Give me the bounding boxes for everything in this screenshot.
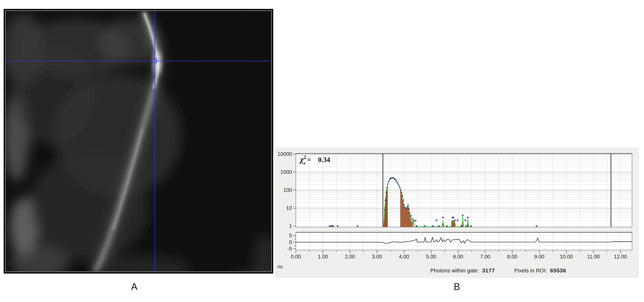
secondary-cursor-line: [6, 58, 271, 58]
x-tick-label: 10.00: [560, 254, 573, 260]
main-y-tick-label: 1000: [280, 169, 292, 175]
residual-y-tick-label: -5: [287, 246, 292, 252]
x-tick-label: 8.00: [507, 254, 518, 260]
x-tick-label: 1.00: [318, 254, 328, 260]
main-y-tick-label: 10: [286, 205, 292, 211]
decay-fit-panel: 10000100010010150-50.001.002.003.004.005…: [275, 147, 638, 278]
x-tick-label: 0.00: [291, 254, 301, 260]
residual-y-tick-label: 5: [289, 233, 292, 238]
x-tick-label: 12.00: [614, 254, 627, 260]
x-tick-label: 2.00: [345, 254, 355, 260]
intensity-image-viewer: [4, 9, 273, 273]
x-tick-label: 6.00: [453, 254, 463, 260]
main-y-tick-label: 10000: [278, 151, 292, 157]
panel-a-letter: A: [126, 281, 143, 292]
x-tick-label: 3.00: [372, 254, 382, 260]
pixels-in-roi-value: 65536: [550, 267, 566, 274]
image-noise: [6, 11, 271, 271]
photons-within-gate-value: 3177: [482, 267, 495, 274]
panel-b-letter: B: [448, 281, 466, 292]
main-y-tick-label: 1: [289, 223, 292, 229]
figure-canvas: 10000100010010150-50.001.002.003.004.005…: [0, 0, 644, 302]
residual-plot-background: [296, 232, 632, 250]
intensity-image: [6, 11, 271, 271]
main-y-tick-label: 100: [283, 187, 292, 193]
crosshair-center-handle[interactable]: [153, 59, 156, 63]
x-axis-unit-label: ns: [278, 264, 283, 270]
x-tick-label: 7.00: [480, 254, 490, 260]
x-tick-label: 9.00: [534, 254, 544, 260]
x-tick-label: 5.00: [426, 254, 436, 260]
pixels-in-roi-label: Pixels in ROI:: [514, 267, 547, 274]
x-tick-label: 4.00: [399, 254, 409, 260]
x-tick-label: 11.00: [587, 254, 600, 260]
status-bar: Photons within gate: 3177 Pixels in ROI:…: [430, 267, 566, 274]
photons-within-gate-label: Photons within gate:: [430, 267, 479, 274]
panel-b-plot-svg: 10000100010010150-50.001.002.003.004.005…: [276, 148, 638, 278]
residual-y-tick-label: 0: [289, 239, 292, 245]
